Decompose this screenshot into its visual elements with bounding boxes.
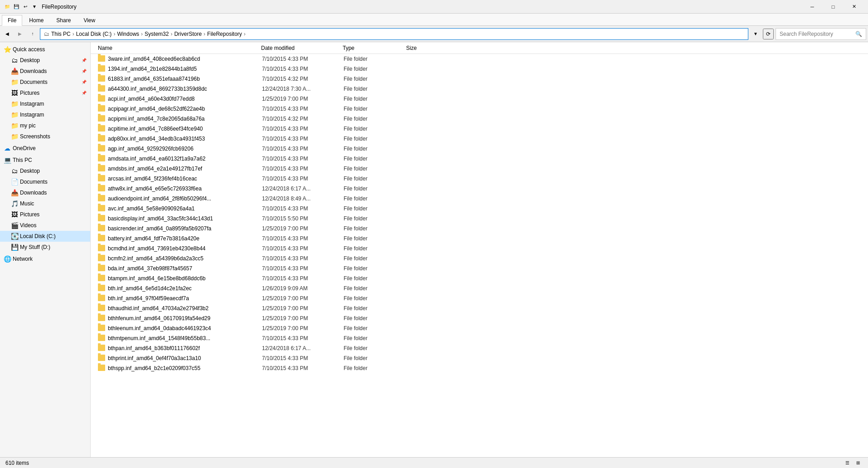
- sidebar-quick-access[interactable]: ⭐ Quick access: [0, 44, 90, 55]
- table-row[interactable]: acpi.inf_amd64_a60e43d0fd77edd8 1/25/201…: [91, 94, 868, 104]
- search-box[interactable]: 🔍: [776, 28, 866, 40]
- address-path[interactable]: 🗂 This PC › Local Disk (C:) › Windows › …: [40, 28, 748, 40]
- table-row[interactable]: bcmfn2.inf_amd64_a54399b6da2a3cc5 7/10/2…: [91, 253, 868, 263]
- sidebar-item-screenshots[interactable]: 📁 Screenshots: [0, 131, 90, 142]
- column-name[interactable]: Name: [98, 45, 261, 51]
- sidebar-onedrive[interactable]: ☁ OneDrive: [0, 143, 90, 154]
- refresh-button[interactable]: ⟳: [763, 29, 774, 39]
- file-type-cell: File folder: [344, 215, 407, 222]
- table-row[interactable]: amdsata.inf_amd64_ea60132f1a9a7a62 7/10/…: [91, 154, 868, 164]
- file-date-cell: 7/10/2015 4:33 PM: [262, 146, 344, 152]
- path-filerepository[interactable]: FileRepository: [207, 31, 242, 37]
- table-row[interactable]: bthleenum.inf_amd64_0dabadc4461923c4 1/2…: [91, 323, 868, 333]
- path-driverstore[interactable]: DriverStore: [174, 31, 202, 37]
- details-view-button[interactable]: ☰: [843, 458, 852, 468]
- undo-icon[interactable]: ↩: [22, 3, 29, 10]
- table-row[interactable]: bthaudhid.inf_amd64_47034a2e2794f3b2 1/2…: [91, 303, 868, 313]
- path-local-disk[interactable]: Local Disk (C:): [76, 31, 112, 37]
- table-row[interactable]: a644300.inf_amd64_8692733b1359d8dc 12/24…: [91, 84, 868, 94]
- file-name-cell: bthmtpenum.inf_amd64_1548f49b55b83...: [108, 335, 262, 341]
- sidebar-item-videos[interactable]: 🎬 Videos: [0, 220, 90, 231]
- up-button[interactable]: ↑: [27, 29, 38, 39]
- table-row[interactable]: bth.inf_amd64_6e5d1d4c2e1fa2ec 1/26/2019…: [91, 283, 868, 293]
- table-row[interactable]: bthhfenum.inf_amd64_06170919fa54ed29 1/2…: [91, 313, 868, 323]
- my-stuff-icon: 💾: [11, 244, 18, 251]
- table-row[interactable]: bthprint.inf_amd64_0ef4f70a3ac13a10 7/10…: [91, 353, 868, 363]
- dropdown-arrow-icon[interactable]: ▼: [31, 3, 38, 10]
- file-name-cell: bth.inf_amd64_97f04f59eaecdf7a: [108, 295, 262, 302]
- file-name-cell: bcmdhd.inf_amd64_73691eb4230e8b44: [108, 245, 262, 252]
- file-date-cell: 7/10/2015 4:33 PM: [262, 56, 344, 62]
- sidebar-item-local-disk[interactable]: 💽 Local Disk (C:): [0, 231, 90, 242]
- sidebar-item-mypic[interactable]: 📁 my pic: [0, 120, 90, 131]
- search-input[interactable]: [780, 31, 853, 37]
- tab-home[interactable]: Home: [23, 15, 49, 25]
- table-row[interactable]: bcmdhd.inf_amd64_73691eb4230e8b44 7/10/2…: [91, 244, 868, 253]
- table-row[interactable]: avc.inf_amd64_5e58e9090926a4a1 7/10/2015…: [91, 204, 868, 214]
- table-row[interactable]: bthpan.inf_amd64_b363bf011176602f 12/24/…: [91, 343, 868, 353]
- network-icon: 🌐: [4, 255, 11, 263]
- sidebar-item-music[interactable]: 🎵 Music: [0, 198, 90, 209]
- column-type[interactable]: Type: [343, 45, 406, 51]
- sidebar-this-pc[interactable]: 💻 This PC: [0, 155, 90, 166]
- table-row[interactable]: acpipagr.inf_amd64_de68c52df622ae4b 7/10…: [91, 104, 868, 114]
- path-windows[interactable]: Windows: [117, 31, 139, 37]
- column-date[interactable]: Date modified: [261, 45, 343, 51]
- table-row[interactable]: 3ware.inf_amd64_408ceed6ec8ab6cd 7/10/20…: [91, 54, 868, 64]
- table-row[interactable]: basicrender.inf_amd64_0a8959fa5b9207fa 1…: [91, 224, 868, 234]
- table-row[interactable]: bth.inf_amd64_97f04f59eaecdf7a 1/25/2019…: [91, 293, 868, 303]
- sidebar-item-pictures-pc[interactable]: 🖼 Pictures: [0, 209, 90, 220]
- table-row[interactable]: acpitime.inf_amd64_7c886eef34fce940 7/10…: [91, 124, 868, 134]
- quick-save-icon[interactable]: 💾: [13, 3, 20, 10]
- status-bar: 610 items ☰ ⊞: [0, 457, 868, 468]
- table-row[interactable]: agp.inf_amd64_92592926fcb69206 7/10/2015…: [91, 144, 868, 154]
- table-row[interactable]: basicdisplay.inf_amd64_33ac5fc344c143d1 …: [91, 214, 868, 224]
- file-type-cell: File folder: [344, 96, 407, 102]
- path-system32[interactable]: System32: [145, 31, 169, 37]
- desktop-icon-pc: 🗂: [11, 167, 18, 175]
- path-this-pc[interactable]: This PC: [51, 31, 71, 37]
- table-row[interactable]: amdsbs.inf_amd64_e2a1e49127fb17ef 7/10/2…: [91, 164, 868, 174]
- sidebar-item-desktop-pc[interactable]: 🗂 Desktop: [0, 166, 90, 176]
- table-row[interactable]: athw8x.inf_amd64_e65e5c726933f6ea 12/24/…: [91, 184, 868, 194]
- table-row[interactable]: bda.inf_amd64_37eb98f87fa45657 7/10/2015…: [91, 263, 868, 273]
- sidebar-item-pictures-qa[interactable]: 🖼 Pictures 📌: [0, 88, 90, 98]
- table-row[interactable]: 1394.inf_amd64_2b1e82844b1a8fd5 7/10/201…: [91, 64, 868, 74]
- table-row[interactable]: battery.inf_amd64_fdf7e7b3816a420e 7/10/…: [91, 234, 868, 244]
- maximize-button[interactable]: □: [823, 0, 844, 14]
- sidebar-network[interactable]: 🌐 Network: [0, 253, 90, 264]
- table-row[interactable]: 61883.inf_amd64_6351efaaa874196b 7/10/20…: [91, 74, 868, 84]
- table-row[interactable]: bthspp.inf_amd64_b2c1e0209f037c55 7/10/2…: [91, 363, 868, 373]
- large-icons-button[interactable]: ⊞: [853, 458, 863, 468]
- table-row[interactable]: adp80xx.inf_amd64_34edb3ca4931f453 7/10/…: [91, 134, 868, 144]
- table-row[interactable]: btampm.inf_amd64_6e15be8bd68ddc6b 7/10/2…: [91, 273, 868, 283]
- sidebar-item-instagram2[interactable]: 📁 Instagram: [0, 109, 90, 120]
- forward-button[interactable]: ▶: [15, 29, 25, 39]
- file-type-cell: File folder: [344, 126, 407, 132]
- table-row[interactable]: bthmtpenum.inf_amd64_1548f49b55b83... 7/…: [91, 333, 868, 343]
- file-date-cell: 1/25/2019 7:00 PM: [262, 305, 344, 312]
- sidebar-item-my-stuff[interactable]: 💾 My Stuff (D:): [0, 242, 90, 253]
- address-dropdown-button[interactable]: ▼: [750, 29, 761, 39]
- minimize-button[interactable]: ─: [802, 0, 823, 14]
- file-type-cell: File folder: [344, 325, 407, 332]
- close-button[interactable]: ✕: [844, 0, 864, 14]
- folder-icon-item: [98, 265, 105, 272]
- file-date-cell: 1/25/2019 7:00 PM: [262, 225, 344, 232]
- table-row[interactable]: audioendpoint.inf_amd64_2f8f6b50296f4...…: [91, 194, 868, 204]
- sidebar-item-downloads-pc[interactable]: 📥 Downloads: [0, 187, 90, 198]
- sidebar-item-desktop-qa[interactable]: 🗂 Desktop 📌: [0, 55, 90, 66]
- tab-share[interactable]: Share: [50, 15, 77, 25]
- sidebar-item-downloads-qa[interactable]: 📥 Downloads 📌: [0, 66, 90, 77]
- tab-view[interactable]: View: [78, 15, 101, 25]
- table-row[interactable]: arcsas.inf_amd64_5f236fef4b16ceac 7/10/2…: [91, 174, 868, 184]
- main-area: ⭐ Quick access 🗂 Desktop 📌 📥 Downloads 📌…: [0, 42, 868, 457]
- title-bar: 📁 💾 ↩ ▼ FileRepository ─ □ ✕: [0, 0, 868, 14]
- column-size[interactable]: Size: [406, 45, 442, 51]
- sidebar-item-documents-qa[interactable]: 📁 Documents 📌: [0, 77, 90, 88]
- table-row[interactable]: acpipmi.inf_amd64_7c8e2065da68a76a 7/10/…: [91, 114, 868, 124]
- sidebar-item-instagram1[interactable]: 📁 Instagram: [0, 98, 90, 109]
- back-button[interactable]: ◀: [2, 29, 13, 39]
- sidebar-item-documents-pc[interactable]: 📄 Documents: [0, 176, 90, 187]
- tab-file[interactable]: File: [2, 15, 22, 26]
